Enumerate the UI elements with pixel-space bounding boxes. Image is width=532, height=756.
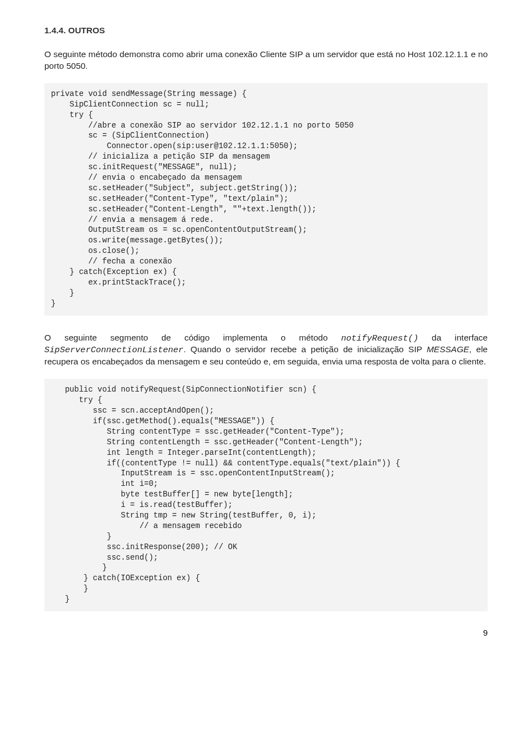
inline-message-word: MESSAGE: [427, 344, 469, 354]
code-block-sendmessage: private void sendMessage(String message)…: [44, 83, 488, 316]
section-heading: 1.4.4. OUTROS: [44, 26, 488, 35]
page: 1.4.4. OUTROS O seguinte método demonstr…: [0, 0, 532, 659]
text-span: . Quando o servidor recebe a petição de …: [183, 344, 427, 354]
inline-code-listener: SipServerConnectionListener: [44, 345, 183, 355]
page-number: 9: [44, 628, 488, 637]
inline-code-notifyrequest: notifyRequest(): [341, 333, 418, 343]
code-block-notifyrequest: public void notifyRequest(SipConnectionN…: [44, 379, 488, 611]
text-span: O seguinte segmento de código implementa…: [44, 333, 341, 342]
paragraph-notify: O seguinte segmento de código implementa…: [44, 332, 488, 368]
text-span: da interface: [418, 333, 488, 342]
paragraph-intro: O seguinte método demonstra como abrir u…: [44, 49, 488, 72]
